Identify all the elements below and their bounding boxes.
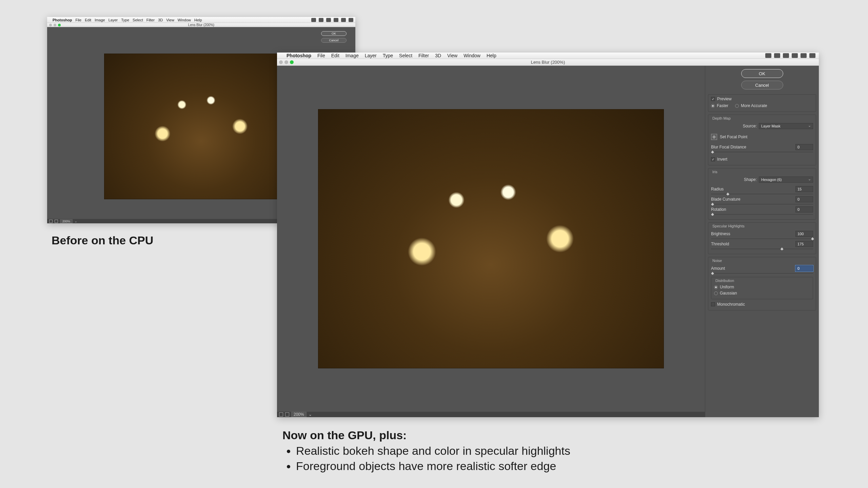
menu-filter[interactable]: Filter	[146, 18, 155, 22]
faster-radio-row[interactable]: Faster	[711, 103, 728, 108]
menu-window[interactable]: Window	[463, 53, 480, 58]
menu-type[interactable]: Type	[121, 18, 129, 22]
depth-map-group: Depth Map Source: Layer Mask ⊕ Set Focal…	[708, 115, 816, 165]
source-select[interactable]: Layer Mask	[759, 123, 813, 129]
menu-select[interactable]: Select	[133, 18, 143, 22]
accurate-label: More Accurate	[741, 103, 767, 108]
menu-window[interactable]: Window	[178, 18, 191, 22]
rotation-input[interactable]: 0	[795, 206, 813, 212]
menubar-small: Photoshop File Edit Image Layer Type Sel…	[47, 17, 355, 23]
zoom-dropdown-icon[interactable]: ⌄	[309, 412, 312, 417]
amount-slider[interactable]	[711, 271, 813, 275]
menu-view[interactable]: View	[447, 53, 457, 58]
caption-bullet-2: Foreground objects have more realistic s…	[296, 459, 570, 474]
caption-after: Now on the GPU, plus: Realistic bokeh sh…	[282, 428, 570, 474]
radius-input[interactable]: 15	[795, 186, 813, 192]
preview-checkbox-row[interactable]: Preview	[711, 97, 813, 101]
doc-icon-2[interactable]	[55, 220, 58, 223]
specular-title: Specular Highlights	[712, 224, 813, 228]
menu-help[interactable]: Help	[194, 18, 202, 22]
iris-group: Iris Shape: Hexagon (6) Radius 15 Blade …	[708, 168, 816, 220]
cancel-button-small[interactable]: Cancel	[321, 38, 347, 43]
ok-button[interactable]: OK	[741, 69, 783, 78]
cancel-button[interactable]: Cancel	[741, 81, 783, 89]
menu-type[interactable]: Type	[383, 53, 393, 58]
uniform-radio[interactable]	[714, 285, 718, 289]
menu-image[interactable]: Image	[95, 18, 105, 22]
preview-image-large	[318, 109, 664, 368]
menu-select[interactable]: Select	[399, 53, 412, 58]
gaussian-radio[interactable]	[714, 291, 718, 295]
menu-edit[interactable]: Edit	[85, 18, 91, 22]
blur-focal-distance-slider[interactable]	[711, 150, 813, 154]
radius-slider[interactable]	[711, 192, 813, 196]
accurate-radio[interactable]	[735, 104, 739, 108]
traffic-lights[interactable]	[49, 24, 61, 26]
status-icons	[311, 18, 353, 22]
blade-input[interactable]: 0	[795, 196, 813, 202]
window-title: Lens Blur (200%)	[531, 60, 565, 65]
distribution-title: Distribution	[715, 279, 810, 283]
menu-edit[interactable]: Edit	[331, 53, 339, 58]
menu-layer[interactable]: Layer	[108, 18, 118, 22]
blade-label: Blade Curvature	[711, 197, 741, 202]
accurate-radio-row[interactable]: More Accurate	[735, 103, 767, 108]
threshold-input[interactable]: 175	[795, 241, 813, 247]
radius-label: Radius	[711, 187, 724, 191]
invert-row[interactable]: Invert	[711, 157, 813, 162]
status-icons	[765, 53, 815, 58]
gaussian-row[interactable]: Gaussian	[714, 291, 810, 296]
menu-layer[interactable]: Layer	[365, 53, 377, 58]
brightness-label: Brightness	[711, 231, 730, 236]
gaussian-label: Gaussian	[720, 291, 737, 296]
faster-radio[interactable]	[711, 104, 715, 108]
iris-title: Iris	[712, 170, 813, 174]
zoom-dropdown-icon[interactable]: ⌄	[75, 220, 77, 223]
shape-select[interactable]: Hexagon (6)	[759, 177, 813, 183]
menu-image[interactable]: Image	[346, 53, 359, 58]
zoom-combo[interactable]: 200%	[60, 219, 73, 223]
preview-image-small	[104, 54, 298, 199]
menu-help[interactable]: Help	[487, 53, 496, 58]
traffic-lights[interactable]	[279, 60, 294, 64]
titlebar-large: Lens Blur (200%)	[277, 59, 819, 66]
menu-filter[interactable]: Filter	[418, 53, 429, 58]
specular-group: Specular Highlights Brightness 100 Thres…	[708, 222, 816, 254]
mono-row[interactable]: Monochromatic	[711, 302, 813, 307]
blur-focal-distance-label: Blur Focal Distance	[711, 145, 746, 149]
doc-icon-2[interactable]	[285, 412, 289, 416]
menu-view[interactable]: View	[166, 18, 174, 22]
invert-checkbox[interactable]	[711, 157, 715, 161]
menu-3d[interactable]: 3D	[158, 18, 163, 22]
threshold-slider[interactable]	[711, 247, 813, 250]
brightness-slider[interactable]	[711, 237, 813, 240]
mono-label: Monochromatic	[717, 302, 745, 307]
doc-icon[interactable]	[279, 412, 283, 416]
app-name: Photoshop	[53, 18, 72, 22]
source-label: Source:	[743, 124, 757, 128]
doc-icon[interactable]	[49, 220, 53, 223]
amount-input[interactable]: 0	[795, 265, 813, 271]
lens-blur-panel: OK Cancel Preview Faster More Accurate	[705, 66, 819, 417]
menu-file[interactable]: File	[75, 18, 81, 22]
blur-focal-distance-input[interactable]: 0	[795, 144, 813, 150]
titlebar-small: Lens Blur (200%)	[47, 23, 355, 27]
large-photoshop-window: Photoshop File Edit Image Layer Type Sel…	[277, 53, 819, 417]
blade-slider[interactable]	[711, 202, 813, 206]
set-focal-point[interactable]: ⊕ Set Focal Point	[711, 134, 747, 140]
faster-label: Faster	[717, 103, 728, 108]
preview-checkbox[interactable]	[711, 97, 715, 101]
amount-label: Amount	[711, 266, 725, 271]
app-name: Photoshop	[287, 53, 311, 58]
menu-3d[interactable]: 3D	[435, 53, 441, 58]
window-title: Lens Blur (200%)	[188, 23, 214, 27]
zoom-combo[interactable]: 200%	[291, 412, 307, 417]
mono-checkbox[interactable]	[711, 302, 715, 306]
uniform-row[interactable]: Uniform	[714, 285, 810, 289]
menu-file[interactable]: File	[317, 53, 325, 58]
rotation-slider[interactable]	[711, 212, 813, 216]
brightness-input[interactable]: 100	[795, 231, 813, 237]
focal-point-icon: ⊕	[711, 134, 717, 140]
noise-group: Noise Amount 0 Distribution Uniform Gaus…	[708, 257, 816, 310]
ok-button-small[interactable]: OK	[321, 31, 347, 36]
